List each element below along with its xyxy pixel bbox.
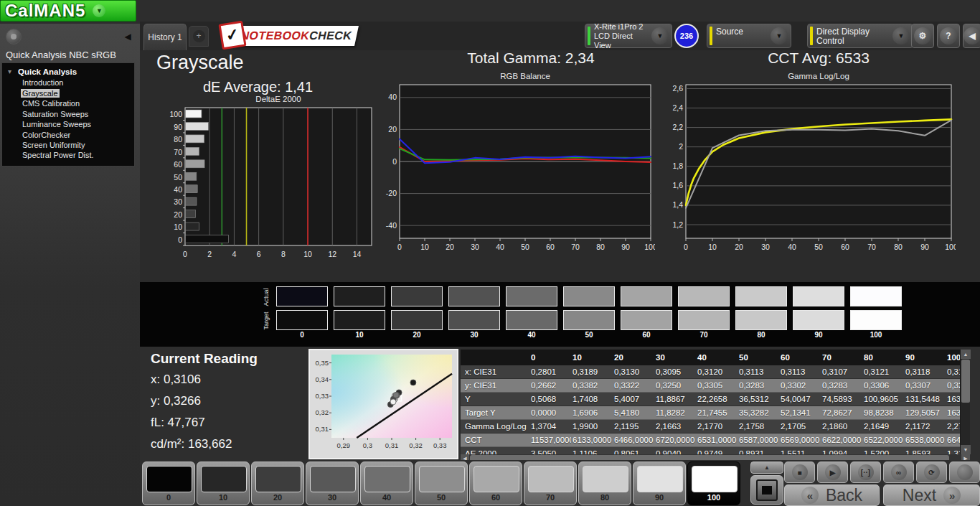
patch-button-90[interactable]: 90 — [633, 462, 686, 505]
svg-text:DeltaE 2000: DeltaE 2000 — [255, 95, 301, 103]
sidebar-item-colorchecker[interactable]: ColorChecker — [2, 129, 134, 139]
sidebar-item-saturation-sweeps[interactable]: Saturation Sweeps — [2, 108, 134, 118]
patch-label: 0 — [143, 493, 194, 502]
table-cell: 1,3704 — [529, 420, 571, 433]
svg-text:90: 90 — [174, 123, 182, 131]
table-cell: 0,3322 — [613, 379, 654, 392]
table-cell: 0,3250 — [654, 379, 696, 392]
table-cell: 6531,0000 — [696, 434, 738, 446]
svg-text:80: 80 — [596, 243, 605, 251]
step-icon: [··] — [858, 464, 874, 480]
swatch-level-label: 50 — [563, 331, 615, 339]
scrollbar-thumb[interactable] — [961, 360, 970, 403]
patch-button-70[interactable]: 70 — [524, 462, 577, 505]
scroll-down-icon[interactable]: ▼ — [961, 445, 971, 454]
patch-button-0[interactable]: 0 — [142, 462, 195, 505]
svg-text:100: 100 — [169, 110, 182, 118]
next-button[interactable]: Next » — [883, 484, 980, 506]
svg-text:14: 14 — [353, 250, 362, 258]
svg-text:6: 6 — [257, 250, 261, 258]
table-cell: 6587,0000 — [738, 434, 779, 446]
patch-button-20[interactable]: 20 — [251, 462, 304, 505]
swatch-row-label-actual: Actual — [260, 286, 270, 308]
table-row-label: Y — [461, 393, 529, 406]
patch-window-button[interactable] — [750, 475, 783, 505]
patch-button-60[interactable]: 60 — [469, 462, 522, 505]
sidebar-bullet-button[interactable] — [6, 29, 22, 44]
workflow-tree: ▾ Quick Analysis IntroductionGrayscaleCM… — [1, 62, 135, 167]
sidebar-item-cms-calibration[interactable]: CMS Calibration — [2, 98, 134, 108]
sidebar-item-screen-uniformity[interactable]: Screen Uniformity — [2, 140, 134, 150]
svg-text:Gamma Log/Log: Gamma Log/Log — [788, 72, 849, 80]
stop-icon: ■ — [792, 464, 808, 480]
table-vertical-scrollbar[interactable]: ▲ ▼ — [960, 350, 970, 454]
sidebar-item-introduction[interactable]: Introduction — [2, 78, 134, 88]
table-cell: 131,5448 — [904, 393, 946, 406]
stop-button[interactable]: ■ — [784, 462, 815, 483]
back-button[interactable]: « Back — [784, 484, 880, 506]
step-button[interactable]: [··] — [850, 462, 881, 483]
table-cell: 35,3282 — [738, 406, 779, 419]
record-button[interactable] — [949, 462, 980, 483]
patch-button-10[interactable]: 10 — [197, 462, 250, 505]
rgb-balance-chart: RGB Balance40200-20-40010203040506070809… — [382, 72, 655, 264]
display-control-dropdown[interactable]: Direct Display Control ▼ — [807, 24, 913, 48]
chevron-down-icon[interactable]: ▼ — [771, 27, 788, 44]
table-cell: 0,3189 — [571, 365, 613, 378]
target-swatch-70 — [678, 310, 730, 330]
patch-button-50[interactable]: 50 — [415, 462, 468, 505]
table-cell: 6538,0000 — [904, 434, 946, 446]
table-row-label: Gamma Log/Log — [461, 420, 529, 433]
svg-text:10: 10 — [708, 243, 717, 251]
patch-window-icon — [756, 479, 778, 501]
display-control-status-bar — [810, 27, 813, 45]
sidebar-item-grayscale[interactable]: Grayscale — [2, 88, 134, 98]
calman-menu-caret-icon[interactable]: ▼ — [93, 4, 105, 17]
svg-text:100: 100 — [945, 243, 956, 251]
svg-text:2: 2 — [679, 142, 683, 151]
patch-window-up-button[interactable]: ▲ — [750, 462, 783, 474]
table-cell: 1,5200 — [862, 447, 904, 454]
sidebar-item-spectral-power-dist-[interactable]: Spectral Power Dist. — [2, 150, 134, 160]
sidebar-collapse-button[interactable]: ◀ — [121, 29, 135, 44]
table-row-label: y: CIE31 — [461, 379, 529, 392]
target-swatch-40 — [506, 310, 557, 330]
collapse-panel-button[interactable]: ◀ — [963, 24, 980, 48]
sidebar-item-luminance-sweeps[interactable]: Luminance Sweeps — [2, 119, 134, 129]
svg-text:10: 10 — [174, 222, 182, 231]
patch-button-100[interactable]: 100 — [687, 462, 740, 505]
target-swatch-10 — [334, 310, 385, 330]
calman-window: CalMAN5 ▼ History 1 + ✓ NOTEBOOKCHECK X-… — [0, 0, 980, 506]
svg-text:0,29: 0,29 — [337, 441, 351, 449]
actual-swatch-10 — [334, 286, 385, 306]
patch-button-80[interactable]: 80 — [578, 462, 631, 505]
patch-button-30[interactable]: 30 — [306, 462, 359, 505]
table-cell: 6133,0000 — [571, 434, 613, 446]
patch-label: 100 — [688, 493, 740, 502]
table-cell: 0,3305 — [696, 379, 738, 392]
add-tab-button[interactable]: + — [189, 26, 209, 47]
svg-text:20: 20 — [735, 243, 743, 251]
svg-text:30: 30 — [761, 243, 770, 251]
deltae-bar-chart: DeltaE 200002468101214100908070605040302… — [159, 93, 373, 266]
chevron-down-icon[interactable]: ▼ — [651, 27, 669, 44]
play-button[interactable]: ▶ — [817, 462, 848, 483]
chevron-down-icon[interactable]: ▼ — [892, 27, 910, 44]
tree-group-quick-analysis[interactable]: ▾ Quick Analysis — [2, 66, 134, 78]
svg-text:RGB Balance: RGB Balance — [500, 72, 550, 80]
back-chevrons-icon: « — [801, 487, 819, 504]
meter-dropdown[interactable]: X-Rite i1Pro 2 LCD Direct View ▼ — [585, 24, 672, 48]
help-button[interactable]: ? — [937, 24, 960, 48]
source-dropdown[interactable]: Source ▼ — [707, 24, 791, 48]
loop-button[interactable]: ∞ — [883, 462, 914, 483]
scroll-up-icon[interactable]: ▲ — [961, 350, 971, 359]
svg-text:0,32: 0,32 — [316, 408, 329, 416]
table-row-label: Target Y — [461, 406, 529, 419]
calman-logo[interactable]: CalMAN5 ▼ — [0, 0, 136, 22]
settings-button[interactable]: ⚙ — [911, 24, 934, 48]
patch-button-40[interactable]: 40 — [360, 462, 413, 505]
refresh-button[interactable]: ⟳ — [916, 462, 947, 483]
history-tab[interactable]: History 1 — [143, 24, 187, 50]
svg-text:0,31: 0,31 — [316, 425, 329, 433]
table-cell: 5,4180 — [613, 406, 654, 419]
